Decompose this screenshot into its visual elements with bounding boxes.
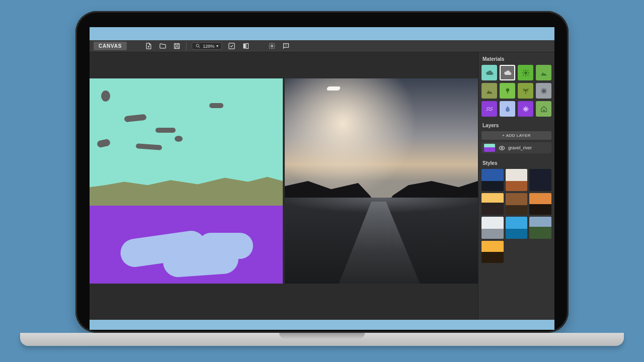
material-sky[interactable] (481, 65, 497, 80)
svg-rect-0 (174, 44, 179, 49)
compare-icon[interactable] (241, 42, 250, 51)
feedback-icon[interactable] (281, 42, 290, 51)
material-rock[interactable] (536, 83, 551, 99)
material-river[interactable] (481, 101, 497, 117)
canvas-area (90, 52, 478, 320)
svg-rect-2 (229, 43, 234, 49)
output-canvas[interactable] (285, 78, 478, 284)
style-dusk[interactable] (529, 193, 551, 215)
material-cloud[interactable] (500, 65, 515, 80)
seg-cloud-stroke (209, 103, 223, 108)
svg-point-7 (506, 88, 509, 92)
svg-point-5 (271, 45, 273, 47)
svg-point-9 (501, 147, 502, 148)
check-icon[interactable] (227, 42, 236, 51)
style-sunset[interactable] (481, 193, 504, 215)
material-hill[interactable] (536, 65, 551, 80)
style-canyon[interactable] (506, 193, 528, 215)
zoom-caret-icon: ▾ (216, 44, 218, 48)
layer-row[interactable]: gravel_river (481, 142, 551, 153)
gear-icon[interactable] (267, 42, 276, 51)
materials-grid (481, 65, 551, 117)
zoom-control[interactable]: 128% ▾ (192, 42, 222, 50)
browser-chrome-placeholder (90, 27, 554, 40)
svg-rect-3 (243, 44, 245, 49)
laptop-notch (279, 333, 365, 339)
canvas-pair (90, 78, 478, 284)
visibility-toggle-icon[interactable] (498, 144, 505, 151)
seg-water-stroke (198, 233, 253, 259)
style-tropic[interactable] (506, 217, 528, 239)
layer-thumb (484, 144, 495, 152)
material-tree[interactable] (500, 83, 515, 99)
style-arches[interactable] (506, 169, 528, 191)
zoom-icon (195, 43, 201, 49)
toolbar-separator (186, 42, 187, 51)
style-sunrise[interactable] (481, 241, 504, 263)
style-night[interactable] (529, 169, 551, 191)
seg-cloud-stroke (155, 128, 176, 133)
add-layer-button[interactable]: + ADD LAYER (481, 131, 551, 140)
zoom-value: 128% (203, 44, 214, 49)
material-sea[interactable] (518, 101, 533, 117)
style-snow[interactable] (481, 217, 504, 239)
new-doc-icon[interactable] (144, 42, 153, 51)
segmentation-canvas[interactable] (90, 78, 283, 284)
material-grass[interactable] (518, 65, 533, 80)
styles-grid (481, 169, 551, 263)
styles-title: Styles (482, 160, 551, 166)
canvas-padding-top (90, 52, 478, 78)
app-window: CANVAS 128% ▾ (90, 40, 554, 320)
open-folder-icon[interactable] (158, 42, 167, 51)
save-icon[interactable] (172, 42, 181, 51)
svg-rect-4 (246, 44, 248, 49)
svg-point-1 (196, 44, 199, 47)
layers-list: gravel_river (481, 142, 551, 159)
material-bush[interactable] (518, 83, 533, 99)
side-panel: Materials Layers + ADD LAYER gravel_rive… (478, 52, 554, 320)
layers-title: Layers (482, 123, 551, 128)
style-bluesky[interactable] (481, 169, 504, 191)
materials-title: Materials (482, 56, 551, 62)
main-area: Materials Layers + ADD LAYER gravel_rive… (90, 52, 554, 320)
toolbar: CANVAS 128% ▾ (90, 40, 554, 52)
laptop-screen: CANVAS 128% ▾ (90, 27, 554, 330)
material-water[interactable] (500, 101, 515, 117)
svg-rect-8 (507, 91, 508, 94)
style-valley[interactable] (529, 217, 551, 239)
app-label: CANVAS (94, 42, 127, 50)
canvas-padding-bottom (90, 284, 478, 320)
browser-chrome-placeholder-bottom (90, 320, 554, 330)
laptop-frame: CANVAS 128% ▾ (75, 11, 569, 333)
layer-name: gravel_river (508, 145, 532, 150)
material-building[interactable] (536, 101, 551, 117)
material-dirt[interactable] (481, 83, 497, 99)
svg-point-6 (524, 71, 527, 74)
